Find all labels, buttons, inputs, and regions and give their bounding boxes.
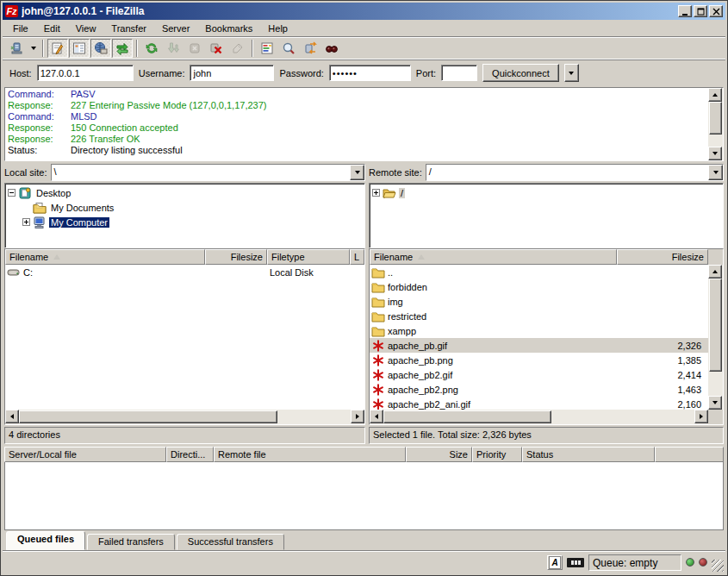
- toggle-queue-button[interactable]: [112, 39, 133, 58]
- remote-file-row[interactable]: apache_pb2_ani.gif2,160: [370, 397, 708, 410]
- local-file-row[interactable]: C: Local Disk: [5, 265, 364, 279]
- desktop-icon: [18, 186, 32, 200]
- remote-file-row[interactable]: img: [370, 294, 708, 309]
- expand-icon[interactable]: [22, 218, 30, 226]
- menu-edit[interactable]: Edit: [37, 22, 67, 35]
- local-file-list: Filename Filesize Filetype L C: Local Di…: [4, 248, 365, 425]
- quickconnect-button[interactable]: Quickconnect: [482, 64, 559, 82]
- scroll-right-button[interactable]: [694, 410, 708, 423]
- local-tree: Desktop My Documents My Computer: [4, 183, 365, 248]
- scroll-right-button[interactable]: [351, 410, 364, 423]
- sort-ascending-icon: [418, 254, 425, 260]
- remote-vertical-scrollbar[interactable]: [708, 265, 723, 410]
- menu-help[interactable]: Help: [261, 22, 295, 35]
- folder-icon: [371, 266, 385, 279]
- remote-file-row[interactable]: ..: [370, 265, 708, 279]
- process-queue-button[interactable]: [163, 39, 184, 58]
- local-column-filetype[interactable]: Filetype: [267, 249, 350, 265]
- tree-item-desktop[interactable]: Desktop: [5, 185, 364, 200]
- local-column-filename[interactable]: Filename: [5, 249, 205, 265]
- scroll-thumb[interactable]: [709, 279, 722, 372]
- scroll-up-button[interactable]: [708, 88, 722, 102]
- site-manager-button[interactable]: [6, 39, 27, 58]
- activity-led-green: [686, 558, 694, 567]
- scroll-left-button[interactable]: [5, 410, 19, 423]
- remote-column-filename[interactable]: Filename: [370, 249, 617, 265]
- menu-bookmarks[interactable]: Bookmarks: [198, 22, 259, 35]
- tree-item-root[interactable]: /: [370, 185, 723, 200]
- log-line: Command:MLSD: [5, 111, 708, 122]
- remote-file-row[interactable]: forbidden: [370, 279, 708, 294]
- tab-successful-transfers[interactable]: Successful transfers: [177, 534, 284, 550]
- expand-icon[interactable]: [372, 189, 380, 197]
- site-manager-dropdown[interactable]: [28, 39, 39, 58]
- menu-file[interactable]: File: [6, 22, 35, 35]
- collapse-icon[interactable]: [8, 189, 16, 197]
- remote-column-filesize[interactable]: Filesize: [617, 249, 708, 265]
- remote-file-row[interactable]: apache_pb2.gif2,414: [370, 367, 708, 382]
- menu-server[interactable]: Server: [155, 22, 196, 35]
- scroll-thumb[interactable]: [709, 102, 722, 135]
- tab-queued-files[interactable]: Queued files: [6, 531, 85, 550]
- toggle-remote-tree-button[interactable]: [90, 39, 111, 58]
- host-input[interactable]: [37, 65, 134, 81]
- toolbar-separator: [136, 40, 138, 57]
- port-input[interactable]: [441, 65, 477, 81]
- scroll-down-button[interactable]: [708, 396, 722, 410]
- remote-file-row[interactable]: apache_pb2.png1,463: [370, 382, 708, 397]
- queue-column-priority[interactable]: Priority: [472, 447, 522, 462]
- status-bar: A Queue: empty: [3, 551, 725, 573]
- queue-column-remote-file[interactable]: Remote file: [214, 447, 406, 462]
- cancel-operation-button[interactable]: [206, 39, 227, 58]
- local-site-combo[interactable]: \: [51, 164, 365, 181]
- log-vertical-scrollbar[interactable]: [708, 88, 723, 160]
- combo-dropdown-button[interactable]: [350, 165, 364, 180]
- remote-site-combo[interactable]: /: [426, 164, 724, 181]
- scroll-left-button[interactable]: [370, 410, 383, 423]
- toggle-message-log-button[interactable]: [47, 39, 68, 58]
- minimize-button[interactable]: [678, 5, 692, 17]
- tree-item-my-documents[interactable]: My Documents: [5, 200, 364, 215]
- resize-grip[interactable]: [712, 560, 724, 572]
- remote-horizontal-scrollbar[interactable]: [370, 410, 708, 424]
- combo-dropdown-button[interactable]: [708, 165, 723, 180]
- menu-transfer[interactable]: Transfer: [104, 22, 153, 35]
- local-column-filesize[interactable]: Filesize: [205, 249, 267, 265]
- cancel-current-button[interactable]: [184, 39, 205, 58]
- tree-item-my-computer[interactable]: My Computer: [5, 215, 364, 229]
- toggle-tree-view-button[interactable]: [69, 39, 90, 58]
- queue-column-filler: [655, 447, 724, 462]
- speed-limit-icon[interactable]: [567, 558, 584, 567]
- refresh-button[interactable]: [141, 39, 162, 58]
- scroll-thumb[interactable]: [19, 410, 277, 423]
- local-column-modified[interactable]: L: [350, 249, 364, 265]
- maximize-button[interactable]: [694, 5, 707, 17]
- filter-button[interactable]: [257, 39, 277, 58]
- remote-file-row[interactable]: restricted: [370, 309, 708, 323]
- synchronized-browsing-button[interactable]: [300, 39, 320, 58]
- menu-view[interactable]: View: [69, 22, 103, 35]
- username-input[interactable]: [190, 65, 274, 81]
- queue-column-local-file[interactable]: Server/Local file: [4, 447, 166, 462]
- scroll-up-button[interactable]: [708, 265, 722, 279]
- queue-column-size[interactable]: Size: [406, 447, 472, 462]
- quickconnect-dropdown[interactable]: [564, 64, 579, 82]
- disconnect-button[interactable]: [227, 39, 248, 58]
- close-button[interactable]: [709, 5, 723, 17]
- local-horizontal-scrollbar[interactable]: [5, 410, 364, 424]
- queue-column-status[interactable]: Status: [522, 447, 655, 462]
- remote-file-row[interactable]: xampp: [370, 323, 708, 338]
- queue-column-direction[interactable]: Directi...: [166, 447, 214, 462]
- remote-file-row-selected[interactable]: apache_pb.gif2,326: [370, 338, 708, 353]
- tab-failed-transfers[interactable]: Failed transfers: [87, 534, 175, 550]
- image-file-icon: [371, 339, 385, 353]
- scroll-down-button[interactable]: [708, 147, 722, 160]
- scroll-thumb[interactable]: [383, 410, 551, 423]
- directory-comparison-button[interactable]: [278, 39, 299, 58]
- transfer-type-indicator[interactable]: A: [547, 555, 563, 570]
- password-input[interactable]: [329, 65, 411, 81]
- queue-list-area[interactable]: [4, 462, 724, 530]
- title-bar[interactable]: Fz john@127.0.0.1 - FileZilla: [3, 3, 725, 20]
- remote-file-row[interactable]: apache_pb.png1,385: [370, 353, 708, 367]
- find-button[interactable]: [321, 39, 342, 58]
